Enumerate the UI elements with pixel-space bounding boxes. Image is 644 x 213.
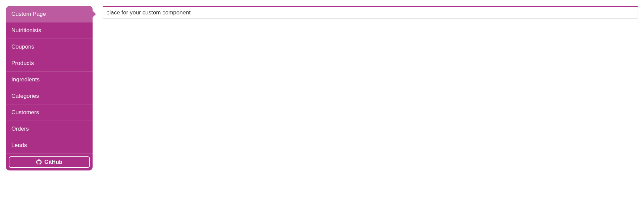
- sidebar-item-label: Categories: [11, 93, 39, 99]
- sidebar-item-label: Customers: [11, 109, 39, 116]
- sidebar: Custom Page Nutritionists Coupons Produc…: [6, 6, 93, 170]
- sidebar-item-label: Custom Page: [11, 11, 46, 17]
- sidebar-item-label: Nutritionists: [11, 27, 41, 33]
- sidebar-item-label: Leads: [11, 142, 27, 148]
- sidebar-item-coupons[interactable]: Coupons: [6, 39, 93, 55]
- custom-component-placeholder: place for your custom component: [103, 6, 638, 19]
- sidebar-item-categories[interactable]: Categories: [6, 88, 93, 104]
- sidebar-item-custom-page[interactable]: Custom Page: [6, 6, 93, 22]
- sidebar-item-orders[interactable]: Orders: [6, 121, 93, 137]
- sidebar-item-label: Ingredients: [11, 76, 40, 83]
- sidebar-item-nutritionists[interactable]: Nutritionists: [6, 22, 93, 39]
- sidebar-item-products[interactable]: Products: [6, 55, 93, 72]
- github-icon: [36, 159, 42, 165]
- placeholder-text: place for your custom component: [106, 9, 191, 16]
- sidebar-item-leads[interactable]: Leads: [6, 137, 93, 154]
- sidebar-item-label: Orders: [11, 126, 29, 132]
- sidebar-item-customers[interactable]: Customers: [6, 104, 93, 121]
- sidebar-item-ingredients[interactable]: Ingredients: [6, 72, 93, 88]
- sidebar-item-label: Products: [11, 60, 34, 66]
- sidebar-item-label: Coupons: [11, 44, 34, 50]
- main-content: place for your custom component: [103, 6, 638, 170]
- github-button[interactable]: GitHub: [9, 156, 90, 168]
- github-button-label: GitHub: [44, 159, 62, 165]
